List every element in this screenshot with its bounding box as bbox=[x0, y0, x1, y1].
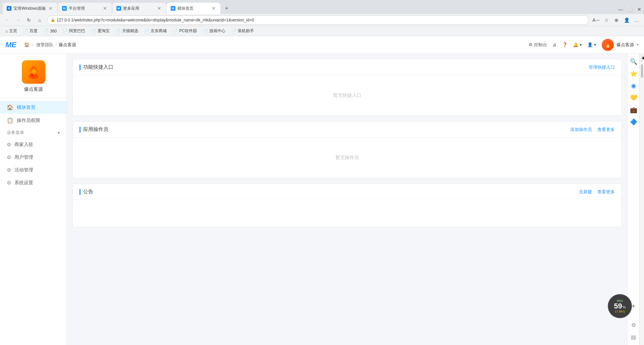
sidebar-teal-icon[interactable]: 🔷 bbox=[628, 117, 639, 127]
view-more-announcements-link[interactable]: 查看更多 bbox=[597, 189, 615, 195]
tab-close-1[interactable]: ✕ bbox=[48, 6, 53, 11]
sidebar-search-icon[interactable]: 🔍 bbox=[628, 56, 639, 67]
breadcrumb-home-icon[interactable]: 🏠 bbox=[24, 42, 30, 47]
bookmark-install[interactable]: 📄 装机助手 bbox=[229, 27, 257, 35]
tab-title-4: 模块首页 bbox=[177, 6, 209, 11]
bookmark-label-alibaba: 阿里巴巴 bbox=[69, 28, 85, 34]
bookmark-software[interactable]: 📄 PC软件园 bbox=[170, 27, 200, 35]
account-button[interactable]: 👤 bbox=[622, 15, 631, 25]
bookmark-home[interactable]: ⌂ 主页 bbox=[3, 27, 20, 35]
bookmark-icon-software: 📄 bbox=[173, 29, 178, 33]
quick-entry-body: 暂无快捷入口 bbox=[73, 75, 622, 116]
bookmark-taobao[interactable]: 📄 爱淘宝 bbox=[89, 27, 112, 35]
collections-button[interactable]: ⊕ bbox=[612, 15, 621, 25]
sidebar-menu-activity[interactable]: ⚙ 活动管理 bbox=[0, 164, 67, 177]
bookmark-icon-jd: 📄 bbox=[144, 29, 149, 33]
top-header: ME 🏠 > 微擎团队 / 爆点客源 ⚙ 控制台 🖨 ❓ 🔔 ▾ bbox=[0, 36, 644, 54]
minimize-button[interactable]: — bbox=[616, 5, 625, 14]
merchant-icon: ⚙ bbox=[7, 142, 11, 148]
manage-quick-entry-link[interactable]: 管理快捷入口 bbox=[589, 64, 615, 70]
tab-title-3: 更多应用 bbox=[123, 6, 155, 11]
help-button[interactable]: ❓ bbox=[562, 42, 568, 47]
scrollbar-up-arrow[interactable]: ▲ bbox=[641, 55, 643, 62]
network-widget[interactable]: 0K/s 59 % 17.8K/s bbox=[608, 294, 632, 318]
sidebar-nav-operator[interactable]: 📋 操作员权限 bbox=[0, 114, 67, 127]
back-button[interactable]: ← bbox=[3, 15, 12, 25]
new-tab-button[interactable]: + bbox=[221, 3, 232, 14]
add-operator-link[interactable]: 添加操作员 bbox=[570, 127, 592, 133]
tab-close-4[interactable]: ✕ bbox=[211, 6, 216, 11]
sidebar-wallet-icon[interactable]: 💼 bbox=[628, 105, 639, 115]
browser-tab-4[interactable]: M 模块首页 ✕ bbox=[167, 3, 220, 14]
sidebar-menu-user[interactable]: ⚙ 用户管理 bbox=[0, 151, 67, 164]
scrollbar-thumb[interactable] bbox=[641, 64, 643, 78]
browser-tab-1[interactable]: B 宝塔Windows面板 ✕ bbox=[3, 3, 57, 14]
bookmark-games[interactable]: 📄 游戏中心 bbox=[200, 27, 228, 35]
sidebar-menu-merchant[interactable]: ⚙ 商家入驻 bbox=[0, 138, 67, 151]
home-nav-icon: 🏠 bbox=[7, 104, 13, 111]
sidebar-tray-icon[interactable]: ▤ bbox=[628, 332, 639, 342]
browser-tab-2[interactable]: M 平台管理 ✕ bbox=[58, 3, 112, 14]
bookmark-360[interactable]: 📄 360 bbox=[41, 27, 59, 35]
browser-tab-3[interactable]: M 更多应用 ✕ bbox=[112, 3, 166, 14]
notification-button[interactable]: 🔔 ▾ bbox=[573, 42, 582, 47]
tab-close-2[interactable]: ✕ bbox=[102, 6, 108, 11]
sidebar-app-name: 爆点客源 bbox=[24, 86, 43, 92]
print-button[interactable]: 🖨 bbox=[552, 42, 557, 47]
tab-favicon-3: M bbox=[116, 6, 121, 11]
tab-close-3[interactable]: ✕ bbox=[157, 6, 162, 11]
operators-title: 应用操作员 bbox=[79, 126, 108, 133]
tab-title-2: 平台管理 bbox=[69, 6, 100, 11]
bookmark-home-label: 主页 bbox=[9, 28, 17, 34]
quick-entry-empty-text: 暂无快捷入口 bbox=[333, 92, 361, 98]
console-button[interactable]: ⚙ 控制台 bbox=[529, 42, 547, 48]
bookmark-icon-baidu: 📄 bbox=[23, 29, 28, 33]
main-content: 功能快捷入口 管理快捷入口 暂无快捷入口 应用操作员 bbox=[67, 54, 627, 345]
sidebar-nav-operator-label: 操作员权限 bbox=[17, 118, 40, 124]
close-button[interactable]: ✕ bbox=[635, 5, 644, 14]
reload-button[interactable]: ↻ bbox=[24, 15, 34, 25]
scrollbar[interactable]: ▲ bbox=[639, 54, 644, 345]
sidebar-menu-system[interactable]: ⚙ 系统设置 bbox=[0, 177, 67, 189]
tab-favicon-2: M bbox=[62, 6, 67, 11]
breadcrumb-current: 爆点客源 bbox=[59, 42, 76, 48]
sidebar-nav-home[interactable]: 🏠 模块首页 bbox=[0, 101, 67, 114]
bookmark-label-360: 360 bbox=[50, 29, 57, 33]
bookmark-alibaba[interactable]: 📄 阿里巴巴 bbox=[60, 27, 88, 35]
user-arrow: ▾ bbox=[594, 42, 596, 47]
more-button[interactable]: … bbox=[632, 15, 641, 25]
sidebar-star-icon[interactable]: ⭐ bbox=[628, 68, 639, 79]
title-bar-accent bbox=[79, 64, 80, 70]
network-percent: 59 bbox=[614, 302, 622, 310]
operators-actions: 添加操作员 查看更多 bbox=[570, 127, 615, 133]
bookmark-icon-taobao: 📄 bbox=[91, 29, 96, 33]
network-download-speed: 17.8K/s bbox=[615, 310, 625, 313]
announcement-title-text: 公告 bbox=[83, 189, 93, 195]
bookmark-label-tmall: 天猫精选 bbox=[122, 28, 138, 34]
bookmark-star-button[interactable]: ☆ bbox=[602, 15, 611, 25]
help-icon: ❓ bbox=[562, 42, 568, 47]
user-menu-button[interactable]: 👤 ▾ bbox=[587, 42, 596, 47]
bookmark-tmall[interactable]: 📄 天猫精选 bbox=[113, 27, 141, 35]
user-avatar-container[interactable]: 🔥 爆点客源 ▾ bbox=[602, 39, 639, 51]
translate-button[interactable]: A↔ bbox=[592, 15, 601, 25]
sidebar-blue-circle-icon[interactable]: ◉ bbox=[628, 80, 639, 91]
sidebar-nav: 🏠 模块首页 📋 操作员权限 业务菜单 ▾ ⚙ 商家入驻 ⚙ 用户管 bbox=[0, 98, 67, 345]
mc-logo: ME bbox=[5, 41, 19, 49]
bookmark-jd[interactable]: 📄 京东商城 bbox=[142, 27, 169, 35]
operators-empty-text: 暂无操作员 bbox=[335, 155, 359, 161]
sidebar-menu-activity-label: 活动管理 bbox=[14, 167, 33, 173]
home-button[interactable]: ⌂ bbox=[35, 15, 44, 25]
bookmark-icon-tmall: 📄 bbox=[116, 29, 121, 33]
sidebar-yellow-icon[interactable]: 💛 bbox=[628, 92, 639, 103]
sidebar-settings-bottom-icon[interactable]: ⚙ bbox=[628, 320, 639, 330]
maximize-button[interactable]: ⬜ bbox=[625, 5, 635, 14]
view-more-operators-link[interactable]: 查看更多 bbox=[597, 127, 615, 133]
address-bar[interactable]: 🔒 127.0.0.1/web/index.php?c=module&a=wel… bbox=[47, 15, 589, 25]
forward-button[interactable]: → bbox=[13, 15, 23, 25]
sidebar-section-header[interactable]: 业务菜单 ▾ bbox=[0, 127, 67, 138]
bookmark-baidu[interactable]: 📄 百度 bbox=[20, 27, 40, 35]
announcement-card: 公告 去新建 查看更多 bbox=[72, 184, 622, 227]
breadcrumb-team[interactable]: 微擎团队 bbox=[36, 42, 54, 48]
create-announcement-link[interactable]: 去新建 bbox=[579, 189, 592, 195]
